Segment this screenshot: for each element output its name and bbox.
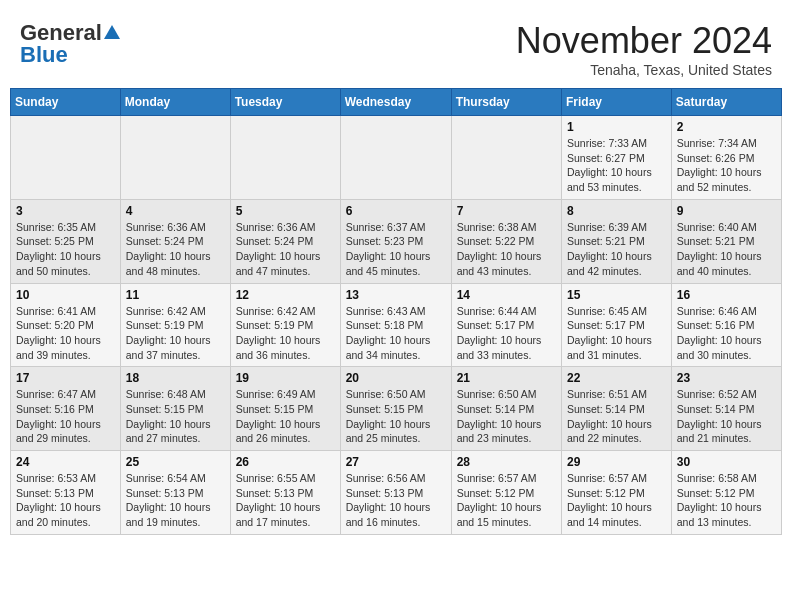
day-number: 6 — [346, 204, 446, 218]
title-block: November 2024 Tenaha, Texas, United Stat… — [516, 20, 772, 78]
day-info: Sunrise: 6:38 AM Sunset: 5:22 PM Dayligh… — [457, 220, 556, 279]
day-number: 14 — [457, 288, 556, 302]
calendar-cell: 30Sunrise: 6:58 AM Sunset: 5:12 PM Dayli… — [671, 451, 781, 535]
day-number: 21 — [457, 371, 556, 385]
logo: General Blue — [20, 20, 120, 68]
day-number: 8 — [567, 204, 666, 218]
day-number: 19 — [236, 371, 335, 385]
day-info: Sunrise: 6:39 AM Sunset: 5:21 PM Dayligh… — [567, 220, 666, 279]
day-info: Sunrise: 6:53 AM Sunset: 5:13 PM Dayligh… — [16, 471, 115, 530]
logo-triangle-icon — [104, 25, 120, 39]
day-number: 9 — [677, 204, 776, 218]
calendar-cell: 20Sunrise: 6:50 AM Sunset: 5:15 PM Dayli… — [340, 367, 451, 451]
day-info: Sunrise: 6:57 AM Sunset: 5:12 PM Dayligh… — [567, 471, 666, 530]
day-number: 27 — [346, 455, 446, 469]
weekday-header-sunday: Sunday — [11, 89, 121, 116]
calendar-cell: 19Sunrise: 6:49 AM Sunset: 5:15 PM Dayli… — [230, 367, 340, 451]
day-number: 22 — [567, 371, 666, 385]
calendar-cell: 14Sunrise: 6:44 AM Sunset: 5:17 PM Dayli… — [451, 283, 561, 367]
day-number: 4 — [126, 204, 225, 218]
calendar-cell: 15Sunrise: 6:45 AM Sunset: 5:17 PM Dayli… — [562, 283, 672, 367]
calendar-cell: 7Sunrise: 6:38 AM Sunset: 5:22 PM Daylig… — [451, 199, 561, 283]
weekday-header-monday: Monday — [120, 89, 230, 116]
calendar-cell — [120, 116, 230, 200]
calendar-cell: 3Sunrise: 6:35 AM Sunset: 5:25 PM Daylig… — [11, 199, 121, 283]
month-title: November 2024 — [516, 20, 772, 62]
day-info: Sunrise: 6:42 AM Sunset: 5:19 PM Dayligh… — [236, 304, 335, 363]
calendar-cell: 6Sunrise: 6:37 AM Sunset: 5:23 PM Daylig… — [340, 199, 451, 283]
calendar-cell: 26Sunrise: 6:55 AM Sunset: 5:13 PM Dayli… — [230, 451, 340, 535]
day-number: 1 — [567, 120, 666, 134]
calendar-cell: 17Sunrise: 6:47 AM Sunset: 5:16 PM Dayli… — [11, 367, 121, 451]
day-info: Sunrise: 6:40 AM Sunset: 5:21 PM Dayligh… — [677, 220, 776, 279]
day-info: Sunrise: 6:47 AM Sunset: 5:16 PM Dayligh… — [16, 387, 115, 446]
day-info: Sunrise: 7:33 AM Sunset: 6:27 PM Dayligh… — [567, 136, 666, 195]
calendar-cell — [11, 116, 121, 200]
calendar-cell — [451, 116, 561, 200]
calendar-cell: 21Sunrise: 6:50 AM Sunset: 5:14 PM Dayli… — [451, 367, 561, 451]
day-info: Sunrise: 6:35 AM Sunset: 5:25 PM Dayligh… — [16, 220, 115, 279]
weekday-header-thursday: Thursday — [451, 89, 561, 116]
calendar-cell: 13Sunrise: 6:43 AM Sunset: 5:18 PM Dayli… — [340, 283, 451, 367]
calendar-week-row: 3Sunrise: 6:35 AM Sunset: 5:25 PM Daylig… — [11, 199, 782, 283]
day-number: 15 — [567, 288, 666, 302]
day-number: 26 — [236, 455, 335, 469]
calendar-week-row: 24Sunrise: 6:53 AM Sunset: 5:13 PM Dayli… — [11, 451, 782, 535]
calendar-cell: 5Sunrise: 6:36 AM Sunset: 5:24 PM Daylig… — [230, 199, 340, 283]
weekday-header-saturday: Saturday — [671, 89, 781, 116]
weekday-header-friday: Friday — [562, 89, 672, 116]
day-number: 16 — [677, 288, 776, 302]
day-number: 20 — [346, 371, 446, 385]
day-info: Sunrise: 6:36 AM Sunset: 5:24 PM Dayligh… — [236, 220, 335, 279]
calendar-cell: 10Sunrise: 6:41 AM Sunset: 5:20 PM Dayli… — [11, 283, 121, 367]
calendar-cell: 2Sunrise: 7:34 AM Sunset: 6:26 PM Daylig… — [671, 116, 781, 200]
calendar-cell: 18Sunrise: 6:48 AM Sunset: 5:15 PM Dayli… — [120, 367, 230, 451]
day-number: 10 — [16, 288, 115, 302]
day-number: 17 — [16, 371, 115, 385]
calendar-cell: 1Sunrise: 7:33 AM Sunset: 6:27 PM Daylig… — [562, 116, 672, 200]
weekday-header-tuesday: Tuesday — [230, 89, 340, 116]
day-info: Sunrise: 6:54 AM Sunset: 5:13 PM Dayligh… — [126, 471, 225, 530]
day-info: Sunrise: 6:44 AM Sunset: 5:17 PM Dayligh… — [457, 304, 556, 363]
calendar-cell: 4Sunrise: 6:36 AM Sunset: 5:24 PM Daylig… — [120, 199, 230, 283]
day-info: Sunrise: 6:36 AM Sunset: 5:24 PM Dayligh… — [126, 220, 225, 279]
calendar-cell: 23Sunrise: 6:52 AM Sunset: 5:14 PM Dayli… — [671, 367, 781, 451]
day-info: Sunrise: 6:48 AM Sunset: 5:15 PM Dayligh… — [126, 387, 225, 446]
day-info: Sunrise: 6:46 AM Sunset: 5:16 PM Dayligh… — [677, 304, 776, 363]
calendar-cell: 8Sunrise: 6:39 AM Sunset: 5:21 PM Daylig… — [562, 199, 672, 283]
calendar-cell: 28Sunrise: 6:57 AM Sunset: 5:12 PM Dayli… — [451, 451, 561, 535]
calendar-week-row: 17Sunrise: 6:47 AM Sunset: 5:16 PM Dayli… — [11, 367, 782, 451]
location-text: Tenaha, Texas, United States — [516, 62, 772, 78]
day-number: 7 — [457, 204, 556, 218]
calendar-week-row: 1Sunrise: 7:33 AM Sunset: 6:27 PM Daylig… — [11, 116, 782, 200]
day-number: 2 — [677, 120, 776, 134]
calendar-cell: 29Sunrise: 6:57 AM Sunset: 5:12 PM Dayli… — [562, 451, 672, 535]
calendar-cell: 27Sunrise: 6:56 AM Sunset: 5:13 PM Dayli… — [340, 451, 451, 535]
day-number: 29 — [567, 455, 666, 469]
calendar-table: SundayMondayTuesdayWednesdayThursdayFrid… — [10, 88, 782, 535]
day-number: 5 — [236, 204, 335, 218]
day-number: 30 — [677, 455, 776, 469]
calendar-cell — [340, 116, 451, 200]
weekday-header-wednesday: Wednesday — [340, 89, 451, 116]
logo-blue-text: Blue — [20, 42, 68, 68]
day-info: Sunrise: 6:58 AM Sunset: 5:12 PM Dayligh… — [677, 471, 776, 530]
calendar-cell — [230, 116, 340, 200]
day-number: 24 — [16, 455, 115, 469]
calendar-cell: 11Sunrise: 6:42 AM Sunset: 5:19 PM Dayli… — [120, 283, 230, 367]
day-info: Sunrise: 6:37 AM Sunset: 5:23 PM Dayligh… — [346, 220, 446, 279]
day-info: Sunrise: 6:56 AM Sunset: 5:13 PM Dayligh… — [346, 471, 446, 530]
day-info: Sunrise: 6:50 AM Sunset: 5:14 PM Dayligh… — [457, 387, 556, 446]
day-info: Sunrise: 6:50 AM Sunset: 5:15 PM Dayligh… — [346, 387, 446, 446]
day-info: Sunrise: 6:51 AM Sunset: 5:14 PM Dayligh… — [567, 387, 666, 446]
calendar-cell: 9Sunrise: 6:40 AM Sunset: 5:21 PM Daylig… — [671, 199, 781, 283]
day-info: Sunrise: 7:34 AM Sunset: 6:26 PM Dayligh… — [677, 136, 776, 195]
day-number: 25 — [126, 455, 225, 469]
weekday-header-row: SundayMondayTuesdayWednesdayThursdayFrid… — [11, 89, 782, 116]
day-info: Sunrise: 6:42 AM Sunset: 5:19 PM Dayligh… — [126, 304, 225, 363]
calendar-cell: 12Sunrise: 6:42 AM Sunset: 5:19 PM Dayli… — [230, 283, 340, 367]
day-number: 12 — [236, 288, 335, 302]
day-number: 11 — [126, 288, 225, 302]
day-number: 13 — [346, 288, 446, 302]
calendar-cell: 24Sunrise: 6:53 AM Sunset: 5:13 PM Dayli… — [11, 451, 121, 535]
